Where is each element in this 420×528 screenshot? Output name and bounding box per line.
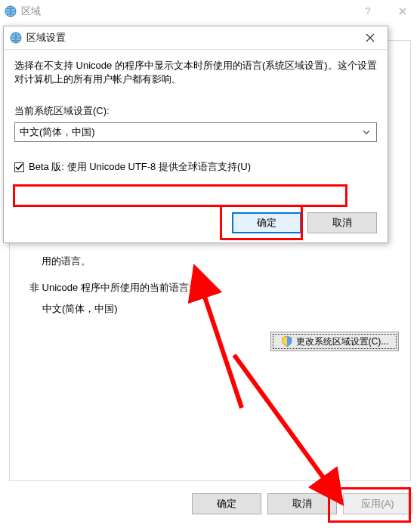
dialog-cancel-button[interactable]: 取消 bbox=[307, 212, 377, 233]
parent-apply-button[interactable]: 应用(A) bbox=[343, 493, 412, 514]
dialog-body: 选择在不支持 Unicode 的程序中显示文本时所使用的语言(系统区域设置)。这… bbox=[4, 50, 388, 190]
region-settings-dialog: 区域设置 选择在不支持 Unicode 的程序中显示文本时所使用的语言(系统区域… bbox=[3, 26, 388, 243]
panel-text-fragment: 用的语言。 bbox=[42, 255, 91, 268]
beta-utf8-label: Beta 版: 使用 Unicode UTF-8 提供全球语言支持(U) bbox=[29, 160, 251, 174]
check-icon bbox=[15, 163, 23, 171]
window-buttons: ? bbox=[351, 0, 420, 23]
region-titlebar: 区域 ? bbox=[0, 0, 420, 23]
dialog-close-button[interactable] bbox=[353, 26, 388, 49]
locale-combobox-value: 中文(简体，中国) bbox=[20, 125, 95, 139]
parent-ok-button[interactable]: 确定 bbox=[192, 493, 261, 514]
window-close-button[interactable] bbox=[385, 0, 420, 23]
locale-combo-label: 当前系统区域设置(C): bbox=[14, 104, 377, 118]
globe-icon bbox=[10, 32, 22, 44]
help-button[interactable]: ? bbox=[351, 0, 385, 23]
non-unicode-section-title: 非 Unicode 程序中所使用的当前语言: bbox=[29, 281, 192, 295]
dialog-titlebar: 区域设置 bbox=[4, 26, 388, 50]
parent-button-row: 确定 取消 应用(A) bbox=[0, 493, 412, 517]
current-non-unicode-language: 中文(简体，中国) bbox=[42, 302, 118, 316]
parent-cancel-button[interactable]: 取消 bbox=[267, 493, 337, 514]
globe-icon bbox=[5, 5, 17, 17]
chevron-down-icon bbox=[363, 128, 370, 136]
close-icon bbox=[366, 33, 375, 42]
shield-icon bbox=[281, 335, 293, 347]
beta-utf8-row[interactable]: Beta 版: 使用 Unicode UTF-8 提供全球语言支持(U) bbox=[14, 160, 377, 174]
change-system-locale-button[interactable]: 更改系统区域设置(C)... bbox=[270, 332, 399, 351]
locale-combobox[interactable]: 中文(简体，中国) bbox=[14, 122, 377, 142]
dialog-ok-button[interactable]: 确定 bbox=[232, 212, 301, 233]
dialog-button-row: 确定 取消 bbox=[232, 212, 377, 233]
region-title: 区域 bbox=[21, 5, 41, 18]
close-icon bbox=[399, 8, 406, 15]
change-system-locale-label: 更改系统区域设置(C)... bbox=[296, 335, 389, 348]
dialog-title: 区域设置 bbox=[26, 31, 66, 45]
beta-utf8-checkbox[interactable] bbox=[14, 162, 24, 172]
dialog-description: 选择在不支持 Unicode 的程序中显示文本时所使用的语言(系统区域设置)。这… bbox=[14, 59, 377, 86]
